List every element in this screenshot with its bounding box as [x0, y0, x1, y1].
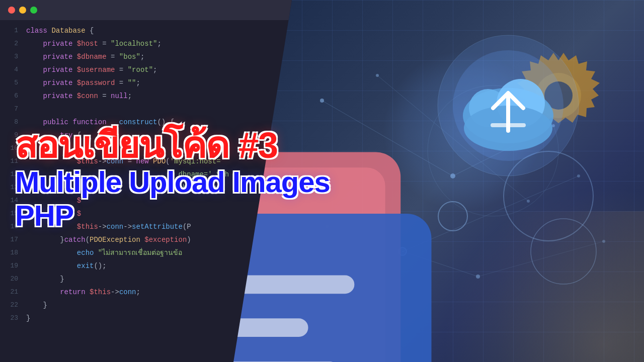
cloud-upload-graphic — [433, 30, 584, 181]
code-line-2: 2 private $host = "localhost"; — [0, 37, 292, 50]
title-line-1: สอนเขียนโค้ด #3 — [15, 126, 357, 165]
svg-rect-25 — [491, 123, 526, 127]
close-button[interactable] — [8, 7, 15, 14]
code-line-17: 17 }catch(PDOException $exception) — [0, 233, 292, 246]
code-line-6: 6 private $conn = null; — [0, 89, 292, 103]
code-line-5: 5 private $password = ""; — [0, 76, 292, 89]
code-line-4: 4 private $username = "root"; — [0, 63, 292, 76]
code-line-1: 1 class Database { — [0, 24, 292, 37]
code-line-18: 18 echo "ไม่สามารถเชื่อมต่อฐานข้อ — [0, 246, 292, 259]
code-line-19: 19 exit(); — [0, 259, 292, 273]
code-line-7: 7 — [0, 103, 292, 116]
maximize-button[interactable] — [30, 7, 37, 14]
title-line-2: Multiple Upload Images PHP — [15, 165, 357, 232]
minimize-button[interactable] — [19, 7, 26, 14]
main-container: php 1 class Database { 2 private $host =… — [0, 0, 644, 362]
code-line-3: 3 private $dbname = "bos"; — [0, 50, 292, 63]
title-overlay: สอนเขียนโค้ด #3 Multiple Upload Images P… — [15, 126, 357, 233]
editor-titlebar — [0, 0, 292, 20]
